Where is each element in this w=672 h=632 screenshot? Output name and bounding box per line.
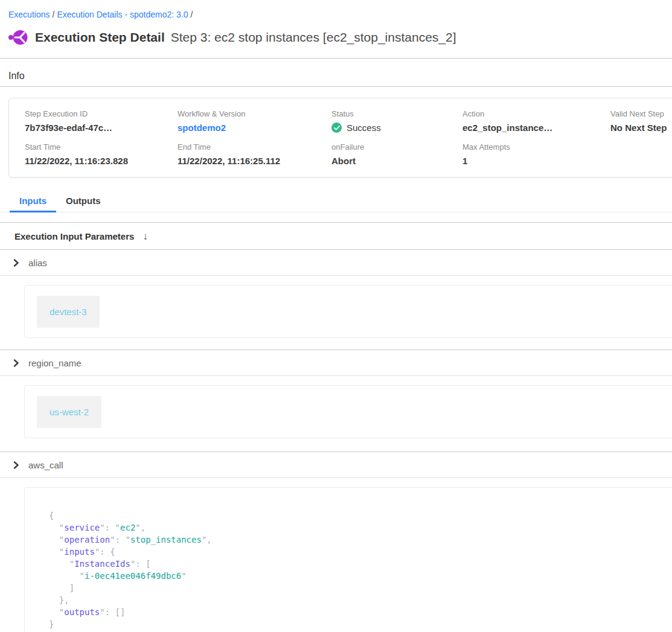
field-label: Action [462,109,610,118]
field-value: 11/22/2022, 11:16:23.828 [25,156,178,166]
field-value: No Next Step [610,123,672,133]
field-value: Abort [331,156,462,166]
field-label: Start Time [25,142,178,152]
field-valid-next-step: Valid Next Step No Next Step [610,109,672,133]
breadcrumb-link-execution-details[interactable]: Execution Details - spotdemo2: 3.0 [57,10,188,19]
field-label: Valid Next Step [610,109,672,118]
field-status: Status Success [331,109,462,133]
page-subtitle: Step 3: ec2 stop instances [ec2_stop_ins… [171,30,456,45]
section-label: aws_call [28,460,63,470]
field-value: 7b73f93e-edaf-47c… [25,123,178,133]
chevron-right-icon [12,259,20,267]
aws-call-value-box: { "service": "ec2", "operation": "stop_i… [24,487,672,632]
field-label: Workflow & Version [178,109,331,118]
field-label: Max Attempts [462,142,610,152]
arrow-down-icon[interactable]: ↓ [142,231,148,241]
field-label: End Time [178,142,331,152]
breadcrumb-separator-trailing: / [188,10,196,19]
execution-input-parameters-header: Execution Input Parameters ↓ [0,223,672,250]
workflow-branch-icon [8,30,28,45]
field-label: onFailure [331,142,462,152]
tab-bar: Inputs Outputs [0,192,672,212]
field-workflow-version: Workflow & Version spotdemo2 [178,109,331,133]
success-check-icon [331,123,342,133]
alias-chip: devtest-3 [37,296,100,328]
info-divider [0,86,672,87]
tab-inputs[interactable]: Inputs [10,192,56,212]
breadcrumb-separator: / [50,10,57,19]
field-step-execution-id: Step Execution ID 7b73f93e-edaf-47c… [25,109,178,133]
field-label: Status [331,109,462,118]
info-card: Step Execution ID 7b73f93e-edaf-47c… Wor… [8,98,672,177]
field-end-time: End Time 11/22/2022, 11:16:25.112 [178,142,331,166]
field-empty [610,142,672,166]
workflow-link[interactable]: spotdemo2 [178,123,331,133]
region-name-value-box: us-west-2 [24,385,672,438]
section-row-region-name[interactable]: region_name [0,350,672,376]
breadcrumb-link-executions[interactable]: Executions [8,10,50,19]
header-divider [0,58,672,59]
info-heading: Info [8,71,672,81]
field-value: 1 [462,156,610,166]
field-max-attempts: Max Attempts 1 [462,142,610,166]
section-row-alias[interactable]: alias [0,250,672,276]
section-label: alias [28,258,47,268]
page-header: Execution Step Detail Step 3: ec2 stop i… [0,28,672,47]
chevron-right-icon [12,359,20,367]
field-onfailure: onFailure Abort [331,142,462,166]
section-row-aws-call[interactable]: aws_call [0,452,672,478]
status-badge: Success [347,123,381,133]
field-action: Action ec2_stop_instance… [462,109,610,133]
field-value: 11/22/2022, 11:16:25.112 [178,156,331,166]
field-label: Step Execution ID [25,109,178,118]
field-value: ec2_stop_instance… [462,123,610,133]
section-label: region_name [28,358,82,368]
field-start-time: Start Time 11/22/2022, 11:16:23.828 [25,142,178,166]
aws-call-code: { "service": "ec2", "operation": "stop_i… [49,509,672,630]
breadcrumb: Executions/Execution Details - spotdemo2… [0,0,672,19]
region-name-chip: us-west-2 [37,396,101,428]
tab-outputs[interactable]: Outputs [56,192,110,212]
alias-value-box: devtest-3 [24,285,672,338]
chevron-right-icon [12,461,20,469]
execution-step-detail-page: Executions/Execution Details - spotdemo2… [0,0,672,632]
page-title: Execution Step Detail [35,30,165,45]
params-title: Execution Input Parameters [14,231,134,241]
